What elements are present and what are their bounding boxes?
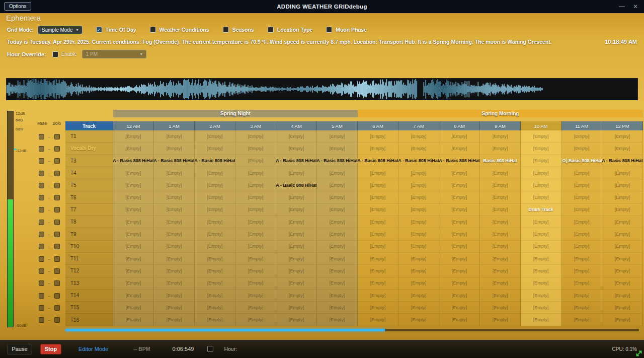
grid-cell[interactable]: [Empty] <box>480 191 521 203</box>
close-icon[interactable]: ✕ <box>633 1 638 13</box>
grid-cell[interactable]: [Empty] <box>521 265 561 277</box>
grid-cell[interactable]: [Empty] <box>317 241 358 253</box>
hour-override-select[interactable]: 1 PM ▾ <box>82 50 146 58</box>
grid-cell[interactable]: [Empty] <box>521 302 561 314</box>
grid-cell[interactable]: [Empty] <box>113 228 154 240</box>
mode-toggle-checkbox[interactable] <box>223 27 229 33</box>
grid-cell[interactable]: [Empty] <box>398 253 439 265</box>
grid-cell[interactable]: [Empty] <box>521 228 561 240</box>
solo-checkbox[interactable] <box>54 183 60 188</box>
grid-cell[interactable]: [Empty] <box>439 142 480 155</box>
grid-cell[interactable]: [Empty] <box>358 228 398 240</box>
grid-cell[interactable]: [Empty] <box>317 302 358 314</box>
grid-cell[interactable]: [Empty] <box>195 241 235 253</box>
grid-cell[interactable]: [Empty] <box>195 142 235 155</box>
options-button[interactable]: Options <box>4 2 31 11</box>
mute-checkbox[interactable] <box>39 171 44 176</box>
grid-cell[interactable]: [Empty] <box>521 155 561 167</box>
solo-checkbox[interactable] <box>54 305 60 311</box>
grid-cell[interactable]: [Empty] <box>521 167 561 179</box>
solo-checkbox[interactable] <box>54 134 60 139</box>
grid-cell[interactable]: [Empty] <box>317 290 358 302</box>
grid-cell[interactable]: [Empty] <box>276 241 317 253</box>
grid-cell[interactable]: [Empty] <box>358 167 398 179</box>
grid-cell[interactable]: [Empty] <box>235 130 276 142</box>
grid-cell[interactable]: Basic 808 HiHat <box>480 155 521 167</box>
track-label[interactable]: T15 <box>65 302 113 314</box>
mute-checkbox[interactable] <box>39 280 44 286</box>
grid-cell[interactable]: [Empty] <box>276 142 317 155</box>
grid-cell[interactable]: [O] Basic 808 HiHat <box>561 155 602 167</box>
grid-cell[interactable]: [Empty] <box>113 130 154 142</box>
grid-cell[interactable]: [Empty] <box>602 142 643 155</box>
grid-cell[interactable]: [Empty] <box>398 167 439 179</box>
grid-cell[interactable]: [Empty] <box>113 167 154 179</box>
mode-toggle-checkbox[interactable] <box>150 27 156 33</box>
grid-cell[interactable]: [Empty] <box>602 191 643 203</box>
grid-cell[interactable]: [Empty] <box>154 265 195 277</box>
grid-cell[interactable]: [Empty] <box>561 228 602 240</box>
grid-cell[interactable]: [Empty] <box>521 314 561 326</box>
grid-cell[interactable]: [Empty] <box>235 265 276 277</box>
mute-checkbox[interactable] <box>39 232 44 237</box>
grid-cell[interactable]: [Empty] <box>113 142 154 155</box>
grid-cell[interactable]: [Empty] <box>561 290 602 302</box>
grid-cell[interactable]: [Empty] <box>480 167 521 179</box>
hour-header[interactable]: 6 AM <box>358 121 398 130</box>
grid-cell[interactable]: [Empty] <box>154 167 195 179</box>
grid-cell[interactable]: [Empty] <box>154 179 195 191</box>
grid-cell[interactable]: [Empty] <box>235 241 276 253</box>
mute-checkbox[interactable] <box>39 305 44 311</box>
grid-cell[interactable]: [Empty] <box>235 314 276 326</box>
grid-cell[interactable]: [Empty] <box>113 302 154 314</box>
grid-cell[interactable]: [Empty] <box>561 253 602 265</box>
grid-cell[interactable]: [Empty] <box>235 179 276 191</box>
grid-cell[interactable]: [Empty] <box>439 241 480 253</box>
grid-cell[interactable]: [Empty] <box>480 130 521 142</box>
grid-cell[interactable]: Drum Track <box>521 204 561 216</box>
grid-cell[interactable]: [Empty] <box>276 167 317 179</box>
grid-cell[interactable]: [Empty] <box>276 302 317 314</box>
grid-cell[interactable]: [Empty] <box>195 204 235 216</box>
grid-cell[interactable]: [Empty] <box>521 130 561 142</box>
grid-cell[interactable]: [Empty] <box>358 290 398 302</box>
grid-cell[interactable]: [Empty] <box>195 167 235 179</box>
grid-cell[interactable]: [Empty] <box>235 191 276 203</box>
waveform-display[interactable] <box>6 78 638 100</box>
track-label[interactable]: T11 <box>65 253 113 265</box>
grid-cell[interactable]: [Empty] <box>561 167 602 179</box>
solo-checkbox[interactable] <box>54 207 60 212</box>
grid-cell[interactable]: [Empty] <box>235 277 276 290</box>
grid-cell[interactable]: [Empty] <box>317 167 358 179</box>
hour-header[interactable]: 12 AM <box>113 121 154 130</box>
grid-cell[interactable]: [Empty] <box>439 228 480 240</box>
playback-progress-bar[interactable] <box>65 329 639 331</box>
grid-cell[interactable]: [Empty] <box>480 216 521 228</box>
hour-checkbox[interactable] <box>207 346 213 352</box>
grid-cell[interactable]: [Empty] <box>154 130 195 142</box>
track-label[interactable]: T1 <box>65 130 113 142</box>
grid-cell[interactable]: [Empty] <box>521 142 561 155</box>
grid-cell[interactable]: [Empty] <box>480 179 521 191</box>
grid-cell[interactable]: A - Basic 808 HiHat <box>276 179 317 191</box>
grid-cell[interactable]: [Empty] <box>317 130 358 142</box>
grid-cell[interactable]: [Empty] <box>480 253 521 265</box>
grid-cell[interactable]: [Empty] <box>602 290 643 302</box>
mute-checkbox[interactable] <box>39 146 44 152</box>
mode-toggle[interactable]: ✓Time Of Day <box>96 27 136 33</box>
grid-cell[interactable]: [Empty] <box>561 302 602 314</box>
grid-cell[interactable]: [Empty] <box>521 253 561 265</box>
solo-checkbox[interactable] <box>54 256 60 262</box>
grid-cell[interactable]: [Empty] <box>276 290 317 302</box>
grid-cell[interactable]: [Empty] <box>235 302 276 314</box>
grid-cell[interactable]: [Empty] <box>602 253 643 265</box>
hour-header[interactable]: 10 AM <box>521 121 561 130</box>
grid-cell[interactable]: [Empty] <box>561 179 602 191</box>
grid-cell[interactable]: [Empty] <box>398 277 439 290</box>
grid-cell[interactable]: [Empty] <box>317 204 358 216</box>
solo-checkbox[interactable] <box>54 171 60 176</box>
hour-header[interactable]: 8 AM <box>439 121 480 130</box>
grid-cell[interactable]: [Empty] <box>439 290 480 302</box>
track-label[interactable]: T12 <box>65 265 113 277</box>
grid-cell[interactable]: A - Basic 808 HiHat <box>602 155 643 167</box>
